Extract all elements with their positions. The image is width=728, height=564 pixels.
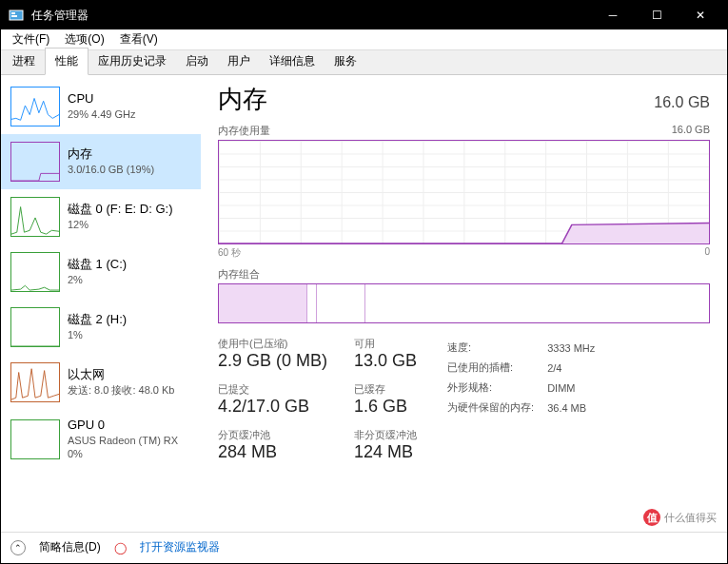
stat-in-use: 2.9 GB (0 MB)	[218, 351, 327, 371]
stat-label: 已提交	[218, 382, 327, 397]
svg-rect-2	[11, 15, 17, 17]
memory-slots: 2/4	[547, 359, 606, 377]
app-icon	[9, 8, 24, 23]
sidebar-item-cpu[interactable]: CPU29% 4.49 GHz	[1, 79, 201, 134]
memory-capacity: 16.0 GB	[654, 94, 710, 111]
tab-users[interactable]: 用户	[218, 49, 260, 74]
usage-graph-label: 内存使用量	[218, 124, 270, 138]
sidebar: CPU29% 4.49 GHz 内存3.0/16.0 GB (19%) 磁盘 0…	[1, 75, 201, 532]
main-panel: 内存 16.0 GB 内存使用量16.0 GB 60 秒0 内存组合 使用中(已…	[201, 75, 727, 532]
stat-label: 分页缓冲池	[218, 428, 327, 442]
chevron-up-icon[interactable]: ⌃	[10, 540, 26, 555]
sidebar-label: CPU	[68, 91, 136, 107]
tab-details[interactable]: 详细信息	[260, 49, 325, 74]
menu-view[interactable]: 查看(V)	[112, 29, 166, 50]
sidebar-label: 磁盘 2 (H:)	[68, 312, 127, 328]
maximize-button[interactable]: ☐	[643, 9, 670, 22]
sidebar-sub: 1%	[68, 328, 127, 341]
menu-bar: 文件(F) 选项(O) 查看(V)	[1, 29, 727, 50]
stat-label: 非分页缓冲池	[354, 428, 417, 442]
footer: ⌃ 简略信息(D) ◯ 打开资源监视器	[1, 532, 727, 562]
sidebar-label: 磁盘 0 (F: E: D: G:)	[68, 202, 173, 218]
tab-startup[interactable]: 启动	[176, 49, 218, 74]
stat-committed: 4.2/17.0 GB	[218, 397, 327, 417]
sidebar-sub: 29% 4.49 GHz	[68, 107, 136, 121]
title-bar: 任务管理器 ─ ☐ ✕	[1, 1, 727, 29]
sidebar-item-ethernet[interactable]: 以太网发送: 8.0 接收: 48.0 Kb	[1, 355, 201, 410]
tab-bar: 进程 性能 应用历史记录 启动 用户 详细信息 服务	[1, 50, 727, 75]
sidebar-label: GPU 0	[68, 418, 178, 434]
memory-form: DIMM	[547, 379, 606, 397]
sidebar-item-disk1[interactable]: 磁盘 1 (C:)2%	[1, 244, 201, 300]
cpu-sparkline	[10, 87, 60, 126]
sidebar-item-disk0[interactable]: 磁盘 0 (F: E: D: G:)12%	[1, 189, 201, 244]
composition-label: 内存组合	[218, 267, 260, 282]
disk-sparkline	[10, 252, 60, 292]
stat-available: 13.0 GB	[354, 351, 417, 371]
memory-sparkline	[10, 142, 60, 182]
memory-reserved: 36.4 MB	[547, 399, 606, 417]
net-sparkline	[10, 362, 60, 402]
memory-usage-graph[interactable]	[218, 140, 710, 244]
sidebar-label: 磁盘 1 (C:)	[68, 257, 127, 273]
sidebar-sub: 3.0/16.0 GB (19%)	[68, 163, 154, 176]
stat-cached: 1.6 GB	[354, 397, 417, 417]
sidebar-item-gpu0[interactable]: GPU 0ASUS Radeon (TM) RX 0%	[1, 410, 201, 468]
sidebar-sub: 发送: 8.0 接收: 48.0 Kb	[68, 383, 175, 397]
stat-paged: 284 MB	[218, 442, 327, 462]
watermark-icon: 值	[643, 509, 660, 526]
sidebar-label: 内存	[68, 146, 154, 163]
sidebar-sub: 2%	[68, 273, 127, 286]
stat-label: 已缓存	[354, 382, 417, 397]
axis-left: 60 秒	[218, 246, 241, 260]
close-button[interactable]: ✕	[687, 9, 714, 22]
memory-composition[interactable]	[218, 283, 710, 323]
stat-nonpaged: 124 MB	[354, 442, 417, 462]
tab-services[interactable]: 服务	[325, 49, 366, 74]
resmon-icon: ◯	[114, 541, 127, 554]
minimize-button[interactable]: ─	[600, 9, 626, 22]
usage-graph-max: 16.0 GB	[672, 124, 710, 138]
sidebar-sub: 12%	[68, 218, 173, 231]
page-title: 内存	[218, 83, 267, 116]
stat-label: 使用中(已压缩)	[218, 337, 327, 351]
disk-sparkline	[10, 307, 60, 347]
gpu-sparkline	[10, 419, 60, 459]
sidebar-item-memory[interactable]: 内存3.0/16.0 GB (19%)	[1, 134, 201, 189]
tab-app-history[interactable]: 应用历史记录	[89, 49, 176, 74]
stat-label: 可用	[354, 337, 417, 351]
sidebar-label: 以太网	[68, 367, 175, 383]
axis-right: 0	[704, 246, 710, 260]
memory-details-table: 速度:3333 MHz 已使用的插槽:2/4 外形规格:DIMM 为硬件保留的内…	[445, 337, 608, 418]
disk-sparkline	[10, 197, 60, 237]
fewer-details-link[interactable]: 简略信息(D)	[39, 539, 101, 555]
memory-speed: 3333 MHz	[547, 339, 606, 357]
watermark: 值 什么值得买	[638, 505, 722, 530]
window-title: 任务管理器	[31, 8, 600, 24]
tab-performance[interactable]: 性能	[45, 48, 89, 75]
tab-processes[interactable]: 进程	[3, 49, 45, 74]
svg-rect-1	[11, 12, 15, 14]
sidebar-sub: ASUS Radeon (TM) RX 0%	[68, 434, 178, 461]
open-resource-monitor-link[interactable]: 打开资源监视器	[140, 539, 220, 555]
sidebar-item-disk2[interactable]: 磁盘 2 (H:)1%	[1, 300, 201, 355]
